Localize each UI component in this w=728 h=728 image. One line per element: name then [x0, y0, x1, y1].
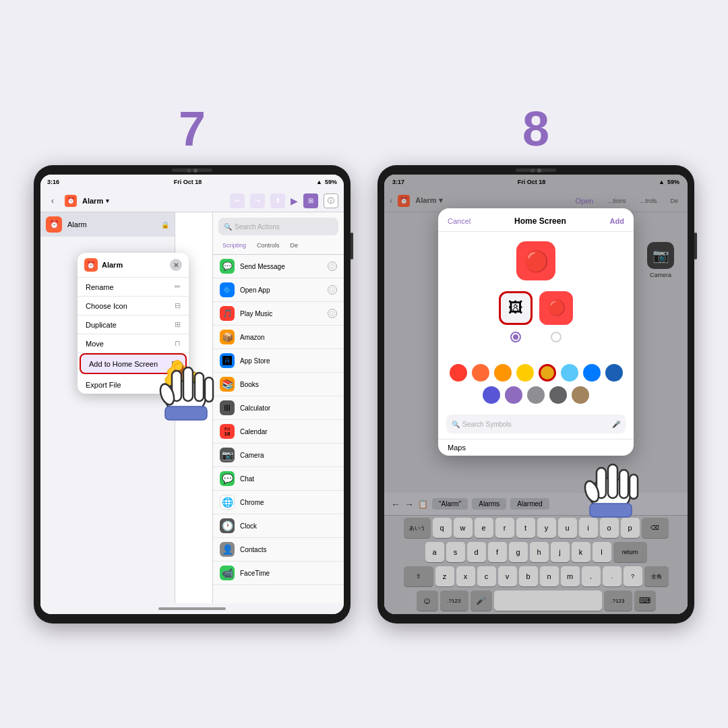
calendar-label: Calendar [240, 428, 268, 435]
shortcut-icon-btn-7[interactable]: ⊞ [303, 193, 318, 208]
cancel-btn-8[interactable]: Cancel [448, 217, 471, 225]
chrome-icon: 🌐 [220, 495, 235, 510]
action-books[interactable]: 📚 Books [213, 373, 344, 396]
app-icon-option[interactable]: 🔴 [539, 291, 573, 342]
modal-header: Cancel Home Screen Add [438, 208, 634, 232]
send-message-info[interactable]: ⓘ [328, 262, 337, 271]
color-gray[interactable] [549, 386, 567, 404]
send-message-icon: 💬 [220, 259, 235, 274]
action-calendar[interactable]: Fri 18 Calendar [213, 420, 344, 444]
home-bar-7 [40, 603, 344, 614]
modal-app-icon-area: 🔴 [438, 232, 634, 284]
open-app-icon: 🔷 [220, 282, 235, 297]
main-container: 7 3:16 Fri Oct 18 ▲ 59% [13, 78, 715, 650]
color-orange[interactable] [494, 364, 512, 382]
filter-controls[interactable]: Controls [253, 241, 284, 250]
color-blue-dark[interactable] [605, 364, 623, 382]
search-placeholder-7: Search Actions [235, 223, 280, 231]
toolbar-icon-2-7[interactable]: ↪ [250, 193, 265, 208]
toolbar-title-text-7: Alarm [82, 197, 103, 205]
action-calculator[interactable]: ⊞ Calculator [213, 396, 344, 420]
play-music-info[interactable]: ⓘ [328, 309, 337, 318]
context-menu-header: ⏰ Alarm ✕ [78, 253, 189, 278]
contacts-label: Contacts [240, 546, 266, 553]
info-btn-7[interactable]: ⓘ [324, 193, 338, 208]
alarm-icon-7: ⏰ [65, 195, 77, 207]
action-clock[interactable]: 🕐 Clock [213, 514, 344, 538]
wifi-icon-7: ▲ [316, 179, 322, 185]
choose-icon-icon: ⊟ [175, 301, 181, 310]
toolbar-icon-3-7[interactable]: ⬆ [270, 193, 285, 208]
color-yellow[interactable] [516, 364, 534, 382]
context-alarm-icon: ⏰ [84, 258, 98, 272]
color-gold[interactable] [539, 364, 556, 382]
app-radio [551, 332, 562, 342]
color-indigo[interactable] [483, 386, 500, 404]
color-grid-8 [438, 359, 634, 409]
calculator-label: Calculator [240, 404, 270, 412]
action-chat[interactable]: 💬 Chat [213, 467, 344, 491]
chat-icon: 💬 [220, 471, 235, 486]
duplicate-item[interactable]: Duplicate ⊞ [78, 315, 189, 334]
step7-ipad-frame: 3:16 Fri Oct 18 ▲ 59% ‹ ⏰ Alarm ▾ [34, 165, 351, 624]
color-gray-light[interactable] [527, 386, 545, 404]
move-label: Move [86, 340, 104, 348]
toolbar-title-7: Alarm ▾ [82, 197, 109, 205]
photo-option-box: 🖼 [499, 291, 533, 325]
action-camera[interactable]: 📷 Camera [213, 444, 344, 467]
open-app-label: Open App [240, 286, 270, 294]
svg-rect-10 [619, 470, 628, 498]
search-symbol-icon: 🔍 [452, 421, 460, 428]
battery-7: 59% [325, 179, 337, 185]
back-btn-7[interactable]: ‹ [46, 194, 59, 208]
action-facetime[interactable]: 📹 FaceTime [213, 562, 344, 585]
action-send-message[interactable]: 💬 Send Message ⓘ [213, 255, 344, 278]
svg-rect-13 [590, 504, 632, 517]
color-red[interactable] [450, 364, 467, 382]
app-store-label: App Store [240, 357, 270, 365]
step7-screen: 3:16 Fri Oct 18 ▲ 59% ‹ ⏰ Alarm ▾ [40, 175, 344, 614]
facetime-icon: 📹 [220, 566, 235, 580]
mic-symbol-icon: 🎤 [612, 421, 620, 428]
action-app-store[interactable]: 🅰 App Store [213, 349, 344, 373]
step7-container: 7 3:16 Fri Oct 18 ▲ 59% [34, 104, 351, 624]
rename-item[interactable]: Rename ✏ [78, 278, 189, 297]
color-brown[interactable] [572, 386, 589, 404]
context-alarm-label: Alarm [102, 261, 123, 269]
play-btn-7[interactable]: ▶ [291, 195, 298, 206]
open-app-info[interactable]: ⓘ [328, 285, 337, 295]
action-play-music[interactable]: 🎵 Play Music ⓘ [213, 302, 344, 326]
color-blue[interactable] [583, 364, 601, 382]
action-amazon[interactable]: 📦 Amazon [213, 326, 344, 349]
photo-picker-option[interactable]: 🖼 [499, 291, 533, 342]
color-purple[interactable] [505, 386, 522, 404]
color-orange-red[interactable] [472, 364, 489, 382]
alarm-shortcut-item[interactable]: ⏰ Alarm 🔒 [40, 212, 175, 237]
chevron-down-icon-7: ▾ [106, 198, 109, 204]
choose-icon-item[interactable]: Choose Icon ⊟ [78, 297, 189, 315]
action-chrome[interactable]: 🌐 Chrome [213, 491, 344, 514]
search-bar-7[interactable]: 🔍 Search Actions [218, 218, 338, 235]
add-btn-8[interactable]: Add [610, 217, 624, 225]
actions-panel-7: 🔍 Search Actions Scripting Controls De 💬… [212, 212, 344, 603]
toolbar-7: ‹ ⏰ Alarm ▾ ↩ ↪ ⬆ ▶ ⊞ ⓘ [40, 189, 344, 212]
toolbar-icon-1-7[interactable]: ↩ [230, 193, 245, 208]
step8-container: 8 3:17 Fri Oct 18 ▲ 59% [377, 104, 694, 624]
photo-radio [510, 332, 521, 342]
svg-rect-3 [195, 373, 204, 401]
step8-ipad-frame: 3:17 Fri Oct 18 ▲ 59% ‹ ⏰ Alarm ▾ Open …… [377, 165, 694, 624]
send-message-label: Send Message [240, 263, 285, 270]
filter-scripting[interactable]: Scripting [218, 241, 250, 250]
action-open-app[interactable]: 🔷 Open App ⓘ [213, 278, 344, 302]
filter-de[interactable]: De [286, 241, 303, 250]
action-contacts[interactable]: 👤 Contacts [213, 538, 344, 562]
chat-label: Chat [240, 475, 254, 483]
step8-number: 8 [522, 104, 549, 153]
svg-rect-11 [630, 475, 638, 499]
camera-label: Camera [240, 452, 264, 459]
context-close-btn[interactable]: ✕ [170, 259, 182, 271]
camera-icon: 📷 [220, 448, 235, 462]
calendar-icon: Fri 18 [220, 424, 235, 439]
color-blue-light[interactable] [561, 364, 578, 382]
alarm-shortcut-label: Alarm [67, 220, 87, 229]
